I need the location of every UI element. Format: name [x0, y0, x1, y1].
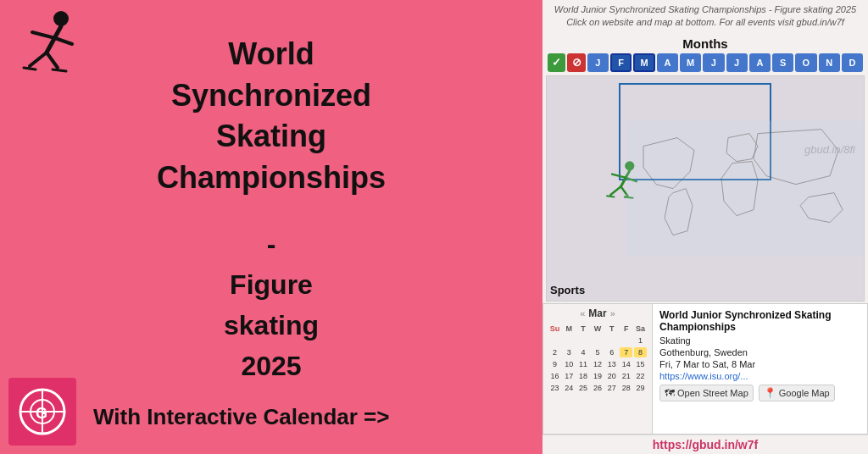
cal-th-t: T: [577, 324, 590, 334]
osm-icon: 🗺: [665, 387, 675, 399]
event-location: Gothenburg, Sweden: [659, 347, 860, 357]
svg-line-3: [55, 38, 72, 44]
month-jul[interactable]: J: [726, 53, 748, 72]
cal-day-8[interactable]: 8: [634, 347, 647, 357]
calendar-prev[interactable]: «: [580, 308, 585, 318]
cal-week-1: 1: [548, 335, 647, 346]
month-nov[interactable]: N: [819, 53, 840, 72]
cal-week-5: 23242526272829: [548, 383, 647, 393]
month-feb[interactable]: F: [610, 53, 632, 72]
title-line-1: World: [157, 34, 386, 75]
month-jan[interactable]: J: [587, 53, 609, 72]
month-jun[interactable]: J: [703, 53, 724, 72]
month-dec[interactable]: D: [842, 53, 863, 72]
cal-th-t2: T: [605, 324, 618, 334]
svg-line-6: [24, 68, 36, 69]
event-title: World Junior Synchronized Skating Champi…: [659, 309, 860, 333]
top-info: World Junior Synchronized Skating Champi…: [542, 0, 868, 33]
cta-text: With Interactive Calendar =>: [93, 404, 389, 430]
svg-line-7: [53, 69, 66, 71]
months-title: Months: [548, 36, 863, 51]
month-sep[interactable]: S: [772, 53, 793, 72]
month-apr[interactable]: A: [657, 53, 678, 72]
calendar-grid: Su M T W T F Sa 1 23456 7 8 91011121: [547, 322, 648, 395]
svg-line-15: [612, 174, 626, 178]
cal-th-su: Su: [548, 324, 561, 334]
svg-line-17: [610, 187, 620, 196]
top-info-line2: Click on website and map at bottom. For …: [549, 16, 861, 29]
sports-label: Sports: [550, 284, 585, 296]
left-panel: World Synchronized Skating Championships…: [0, 0, 542, 454]
calendar-header: « Mar »: [547, 307, 648, 319]
months-section: Months ✓ ⊘ J F M A M J J A S O N D: [542, 33, 868, 74]
world-map: [626, 76, 864, 301]
title-line-3: Skating: [157, 116, 386, 158]
subtitle-line-3: 2025: [224, 346, 319, 386]
google-map-icon: 📍: [764, 387, 776, 399]
cal-th-w: W: [592, 324, 604, 334]
title-block: World Synchronized Skating Championships: [106, 34, 437, 198]
open-street-map-btn[interactable]: 🗺 Open Street Map: [659, 385, 754, 401]
brand-logo: G: [8, 378, 76, 446]
calendar-panel: « Mar » Su M T W T F Sa 1 23456: [542, 303, 653, 435]
calendar-month: Mar: [588, 307, 606, 319]
subtitle-block: - Figure skating 2025: [224, 224, 319, 386]
month-uncheck-all[interactable]: ⊘: [567, 53, 585, 72]
cal-week-2: 23456 7 8: [548, 347, 647, 357]
title-line-2: Synchronized: [157, 75, 386, 117]
month-check-all[interactable]: ✓: [548, 53, 565, 72]
event-dates: Fri, 7 Mar to Sat, 8 Mar: [659, 359, 860, 369]
month-aug[interactable]: A: [749, 53, 771, 72]
event-link[interactable]: https://www.isu.org/...: [659, 371, 860, 381]
svg-point-0: [53, 11, 69, 26]
event-sport: Skating: [659, 335, 860, 346]
top-info-line1: World Junior Synchronized Skating Champi…: [549, 3, 861, 16]
google-map-label: Google Map: [779, 388, 830, 398]
month-may[interactable]: M: [680, 53, 701, 72]
svg-text:G: G: [36, 405, 47, 422]
cal-th-f: F: [620, 324, 632, 334]
subtitle-line-1: Figure: [224, 264, 319, 305]
cal-day-7[interactable]: 7: [620, 347, 632, 357]
svg-line-4: [30, 53, 47, 66]
svg-rect-21: [626, 120, 864, 256]
title-line-4: Championships: [157, 158, 386, 199]
month-oct[interactable]: O: [795, 53, 816, 72]
svg-line-19: [607, 197, 615, 197]
google-map-btn[interactable]: 📍 Google Map: [759, 385, 835, 401]
subtitle-line-2: skating: [224, 305, 319, 346]
osm-label: Open Street Map: [677, 388, 748, 398]
svg-line-2: [32, 32, 55, 38]
bottom-section: « Mar » Su M T W T F Sa 1 23456: [542, 303, 868, 435]
url-bottom[interactable]: https://gbud.in/w7f: [542, 435, 868, 454]
event-info-panel: World Junior Synchronized Skating Champi…: [653, 303, 868, 435]
skater-icon-left: [8, 8, 85, 85]
right-panel: World Junior Synchronized Skating Champi…: [542, 0, 868, 454]
cal-th-m: M: [563, 324, 576, 334]
map-area[interactable]: gbud.in/8fi Sports: [546, 75, 865, 302]
map-links: 🗺 Open Street Map 📍 Google Map: [659, 385, 860, 401]
calendar-next[interactable]: »: [610, 308, 615, 318]
cal-week-3: 9101112131415: [548, 359, 647, 369]
cal-th-sa: Sa: [634, 324, 647, 334]
svg-line-5: [47, 53, 58, 68]
cal-week-4: 16171819202122: [548, 371, 647, 381]
separator: -: [224, 224, 319, 264]
month-mar[interactable]: M: [633, 53, 654, 72]
months-row: ✓ ⊘ J F M A M J J A S O N D: [548, 53, 863, 72]
